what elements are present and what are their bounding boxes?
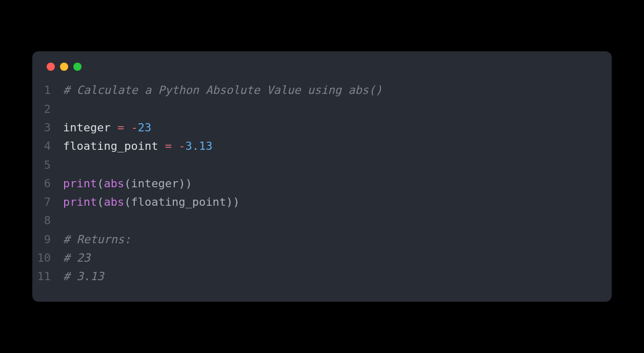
code-token: # 23 [63,251,90,264]
code-token: abs [104,195,124,208]
line-number: 8 [32,211,63,230]
code-line[interactable]: 3integer = -23 [32,119,612,137]
code-content[interactable] [63,156,70,174]
code-token: integer [63,121,117,134]
close-icon[interactable] [47,63,55,71]
code-content[interactable]: print(abs(floating_point)) [63,193,239,211]
line-number: 9 [32,230,63,249]
line-number: 3 [32,119,63,137]
code-token: print [63,177,97,190]
code-line[interactable]: 8 [32,211,612,230]
code-token: (integer)) [124,177,192,190]
code-content[interactable] [63,211,70,230]
maximize-icon[interactable] [73,63,82,71]
line-number: 4 [32,137,63,155]
code-token: 3.13 [185,140,212,152]
window-controls [32,63,612,81]
code-content[interactable]: print(abs(integer)) [63,174,192,193]
code-line[interactable]: 5 [32,156,612,174]
code-token: 23 [138,121,152,134]
line-number: 7 [32,193,63,211]
line-number: 5 [32,156,63,174]
code-window: 1# Calculate a Python Absolute Value usi… [32,51,612,301]
line-number: 10 [32,249,63,267]
code-line[interactable]: 4floating_point = -3.13 [32,137,612,155]
code-line[interactable]: 1# Calculate a Python Absolute Value usi… [32,81,612,100]
code-token: = [117,121,124,134]
code-token: - [131,121,137,134]
code-content[interactable]: floating_point = -3.13 [63,137,212,155]
code-token: # Returns: [63,233,131,246]
code-content[interactable] [63,100,70,119]
code-token: print [63,195,97,208]
code-area[interactable]: 1# Calculate a Python Absolute Value usi… [32,81,612,286]
code-token: ( [97,177,104,190]
code-token: floating_point [63,140,165,152]
code-token: - [178,140,185,152]
code-line[interactable]: 6print(abs(integer)) [32,174,612,193]
code-line[interactable]: 10# 23 [32,249,612,267]
code-token [172,140,178,152]
code-line[interactable]: 11# 3.13 [32,267,612,286]
code-token: abs [104,177,124,190]
line-number: 11 [32,267,63,286]
code-token: # Calculate a Python Absolute Value usin… [63,84,383,96]
code-token [124,121,131,134]
code-token: (floating_point)) [124,195,239,208]
code-content[interactable]: # Returns: [63,230,131,249]
code-content[interactable]: integer = -23 [63,119,151,137]
code-token: ( [97,195,104,208]
code-line[interactable]: 2 [32,100,612,119]
minimize-icon[interactable] [60,63,68,71]
line-number: 6 [32,174,63,193]
code-line[interactable]: 9# Returns: [32,230,612,249]
code-content[interactable]: # Calculate a Python Absolute Value usin… [63,81,383,100]
code-token: # 3.13 [63,270,104,283]
code-content[interactable]: # 3.13 [63,267,104,286]
line-number: 2 [32,100,63,119]
code-line[interactable]: 7print(abs(floating_point)) [32,193,612,211]
code-token: = [165,140,172,152]
line-number: 1 [32,81,63,100]
code-content[interactable]: # 23 [63,249,90,267]
